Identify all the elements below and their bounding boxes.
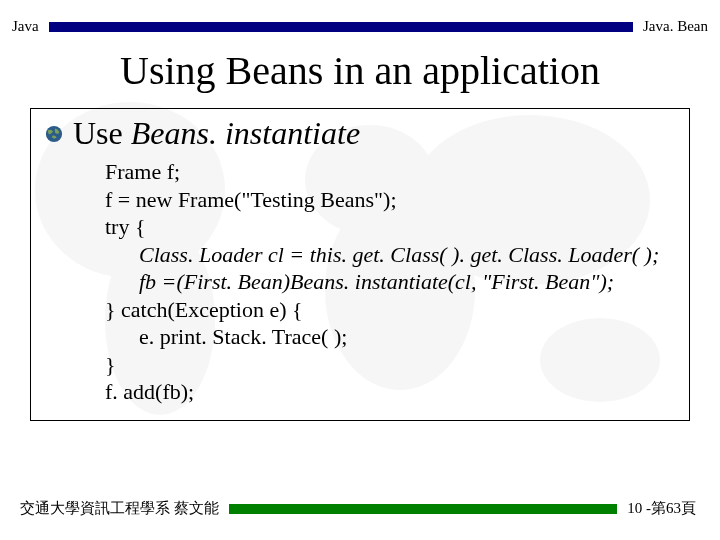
bullet-text: Use Beans. instantiate <box>73 115 360 152</box>
code-block: Frame f; f = new Frame("Testing Beans");… <box>105 158 675 406</box>
bullet-use: Use <box>73 115 131 151</box>
bullet-instantiate: Beans. instantiate <box>131 115 360 151</box>
footer: 交通大學資訊工程學系 蔡文能 10 -第63頁 <box>0 499 720 518</box>
footer-page-number: 10 -第63頁 <box>627 499 696 518</box>
header-left-label: Java <box>12 18 39 35</box>
header: Java Java. Bean <box>0 0 720 35</box>
header-right-label: Java. Bean <box>643 18 708 35</box>
footer-left-label: 交通大學資訊工程學系 蔡文能 <box>20 499 219 518</box>
footer-bar <box>229 504 618 514</box>
page-title: Using Beans in an application <box>0 47 720 94</box>
bullet-row: Use Beans. instantiate <box>45 115 675 152</box>
globe-icon <box>45 125 63 143</box>
code-line: f = new Frame("Testing Beans"); <box>105 186 675 214</box>
code-line: e. print. Stack. Trace( ); <box>105 323 675 351</box>
svg-point-6 <box>46 125 62 141</box>
code-line: fb =(First. Bean)Beans. instantiate(cl, … <box>105 268 675 296</box>
code-line: Frame f; <box>105 158 675 186</box>
code-line: } <box>105 351 675 379</box>
header-bar <box>49 22 633 32</box>
code-line: try { <box>105 213 675 241</box>
code-line: Class. Loader cl = this. get. Class( ). … <box>105 241 675 269</box>
code-line: f. add(fb); <box>105 378 675 406</box>
code-line: } catch(Exception e) { <box>105 296 675 324</box>
content-box: Use Beans. instantiate Frame f; f = new … <box>30 108 690 421</box>
